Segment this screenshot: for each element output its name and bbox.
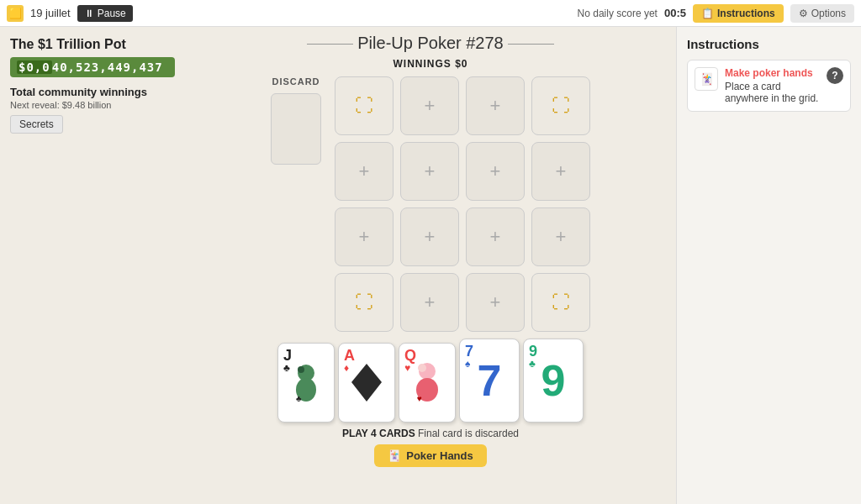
card-grid: ⛶ + + ⛶ + + + + + + + + ⛶ + + ⛶ [335, 76, 590, 332]
options-icon: ⚙ [799, 8, 808, 19]
top-bar-left: 🟨 19 juillet ⏸ Pause [7, 5, 133, 22]
hand-card-a[interactable]: A ♦ [338, 343, 395, 423]
pause-button[interactable]: ⏸ Pause [77, 5, 133, 22]
timer: 00:5 [664, 7, 686, 19]
grid-cell-0-3[interactable]: ⛶ [531, 76, 590, 135]
hand-card-q[interactable]: Q ♥ ♥ [399, 343, 456, 423]
plus-icon: + [556, 228, 567, 246]
secrets-button[interactable]: Secrets [10, 115, 63, 134]
card-suit-a: ♦ [344, 362, 349, 374]
community-title: Total community winnings [10, 86, 175, 98]
hand-cards: J ♣ ♣ A ♦ [277, 339, 584, 423]
game-title: Pile-Up Poker #278 [357, 34, 503, 53]
card-suit-9: ♣ [529, 358, 536, 370]
svg-text:♥: ♥ [417, 394, 422, 403]
grid-cell-2-3[interactable]: + [531, 207, 590, 266]
daily-score-text: No daily score yet [578, 8, 658, 19]
discard-slot[interactable] [271, 93, 321, 165]
pause-icon: ⏸ [84, 8, 94, 19]
svg-text:♣: ♣ [296, 394, 302, 403]
instructions-label: Instructions [717, 8, 775, 19]
winnings-value: $0 [455, 58, 467, 70]
poker-hands-icon: 🃏 [388, 449, 401, 462]
svg-marker-4 [351, 364, 382, 402]
grid-cell-3-2[interactable]: + [466, 273, 525, 332]
center-area: Pile-Up Poker #278 WINNINGS $0 DISCARD ⛶… [185, 27, 676, 504]
instruction-card: 🃏 Make poker hands Place a card anywhere… [687, 60, 851, 112]
pot-title: The $1 Trillion Pot [10, 37, 175, 52]
right-panel-title: Instructions [687, 37, 851, 51]
grid-cell-1-2[interactable]: + [466, 142, 525, 201]
winnings-label: WINNINGS [393, 58, 451, 70]
instructions-icon: 📋 [701, 8, 714, 19]
plus-icon: + [425, 228, 436, 246]
card-suit-j: ♣ [283, 362, 290, 374]
plus-icon: + [359, 228, 370, 246]
grid-cell-0-0[interactable]: ⛶ [335, 76, 394, 135]
grid-cell-2-1[interactable]: + [400, 207, 459, 266]
pot-highlight: $0,0 [17, 60, 52, 74]
plus-icon: + [425, 162, 436, 181]
plus-icon: + [490, 97, 501, 115]
card-suit-q: ♥ [404, 362, 410, 374]
options-button[interactable]: ⚙ Options [790, 4, 854, 23]
plus-icon: + [490, 228, 501, 246]
pot-display: $0,040,523,449,437 [10, 57, 175, 77]
left-panel: The $1 Trillion Pot $0,040,523,449,437 T… [0, 27, 185, 504]
play-info-sub: Final card is discarded [418, 428, 519, 439]
grid-cell-1-0[interactable]: + [335, 142, 394, 201]
grid-cell-3-1[interactable]: + [400, 273, 459, 332]
plus-icon: + [425, 293, 436, 312]
hand-card-9[interactable]: 9 ♣ 9 [523, 339, 584, 423]
hand-card-7[interactable]: 7 ♠ 7 [459, 339, 520, 423]
plus-icon: + [556, 162, 567, 181]
card-suit-7: ♠ [465, 358, 470, 370]
instruction-body: Place a card anywhere in the grid. [725, 81, 818, 104]
right-panel: Instructions 🃏 Make poker hands Place a … [676, 27, 861, 504]
poker-hands-label: Poker Hands [406, 449, 473, 462]
bottom-area: J ♣ ♣ A ♦ [277, 339, 584, 467]
hand-card-j[interactable]: J ♣ ♣ [277, 343, 335, 423]
expand-icon: ⛶ [355, 291, 373, 313]
instruction-text: Make poker hands Place a card anywhere i… [725, 67, 820, 104]
grid-cell-2-0[interactable]: + [335, 207, 394, 266]
instruction-headline: Make poker hands [725, 67, 820, 79]
grid-cell-3-3[interactable]: ⛶ [531, 273, 590, 332]
grid-cell-1-3[interactable]: + [531, 142, 590, 201]
expand-icon: ⛶ [552, 95, 570, 117]
main-layout: The $1 Trillion Pot $0,040,523,449,437 T… [0, 27, 861, 504]
grid-cell-0-1[interactable]: + [400, 76, 459, 135]
expand-icon: ⛶ [355, 95, 373, 117]
svg-point-7 [418, 364, 426, 372]
app-title: 19 juillet [30, 7, 71, 19]
discard-label: DISCARD [272, 76, 320, 87]
instructions-button[interactable]: 📋 Instructions [693, 4, 784, 23]
play-info: PLAY 4 CARDS Final card is discarded [342, 428, 519, 439]
grid-cell-3-0[interactable]: ⛶ [335, 273, 394, 332]
plus-icon: + [490, 293, 501, 312]
svg-point-2 [298, 366, 304, 373]
grid-cell-1-1[interactable]: + [400, 142, 459, 201]
plus-icon: + [359, 162, 370, 181]
poker-hands-button[interactable]: 🃏 Poker Hands [374, 444, 486, 467]
game-grid-wrapper: DISCARD ⛶ + + ⛶ + + + + + + + + [271, 76, 590, 332]
instruction-help-button[interactable]: ? [827, 67, 843, 84]
options-label: Options [811, 8, 846, 19]
grid-cell-2-2[interactable]: + [466, 207, 525, 266]
top-bar-right: No daily score yet 00:5 📋 Instructions ⚙… [578, 4, 854, 23]
winnings: WINNINGS $0 [393, 58, 467, 70]
instruction-card-icon: 🃏 [695, 67, 718, 91]
plus-icon: + [490, 162, 501, 181]
plus-icon: + [425, 97, 436, 115]
community-sub: Next reveal: $9.48 billion [10, 100, 175, 110]
top-bar: 🟨 19 juillet ⏸ Pause No daily score yet … [0, 0, 861, 27]
pause-label: Pause [98, 8, 126, 19]
play-info-strong: PLAY 4 CARDS [342, 428, 415, 439]
expand-icon: ⛶ [552, 291, 570, 313]
grid-cell-0-2[interactable]: + [466, 76, 525, 135]
discard-column: DISCARD [271, 76, 321, 165]
pot-value-rest: 40,523,449,437 [52, 60, 163, 74]
app-icon: 🟨 [7, 5, 24, 22]
